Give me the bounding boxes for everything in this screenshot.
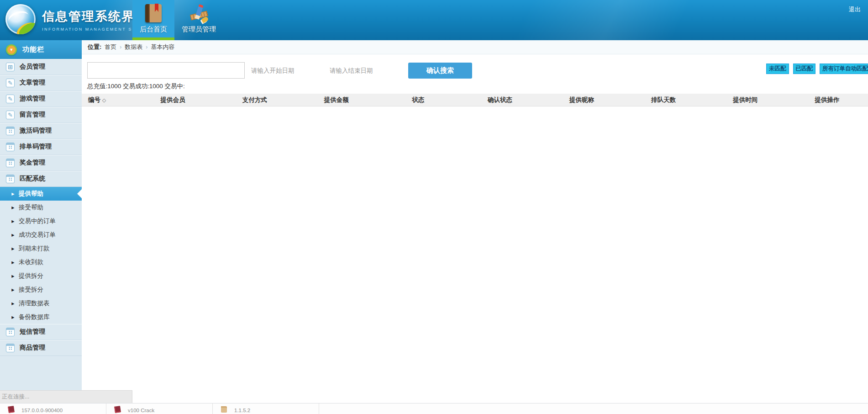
breadcrumb-datatable[interactable]: 数据表 [125, 43, 142, 51]
download-item[interactable]: 157.0.0.0-900400 [0, 403, 106, 414]
submenu-item-payment-not-received[interactable]: ▶ 未收到款 [0, 255, 82, 269]
column-header-provide-amount: 提供金额 [295, 96, 377, 104]
calendar-icon [6, 344, 15, 352]
sidebar-item-sms[interactable]: 短信管理 [0, 324, 82, 340]
sidebar-item-matching-system[interactable]: 匹配系统 [0, 171, 82, 187]
column-header-provider-nickname: 提供昵称 [541, 96, 623, 104]
confirm-search-button[interactable]: 确认搜索 [408, 63, 472, 79]
calendar-icon [6, 175, 15, 183]
column-header-provide-time: 提供时间 [705, 96, 786, 104]
app-logo-icon [5, 4, 36, 34]
file-icon [8, 406, 15, 413]
triangle-right-icon: ▶ [11, 288, 14, 292]
file-icon [114, 406, 121, 413]
submenu-item-orders-in-trade[interactable]: ▶ 交易中的订单 [0, 214, 82, 228]
triangle-right-icon: ▶ [11, 274, 14, 278]
sidebar-item-label: 留言管理 [20, 111, 45, 119]
sidebar-item-bonus[interactable]: 奖金管理 [0, 155, 82, 171]
edit-icon [6, 79, 15, 87]
column-header-id[interactable]: 编号 ◇ [82, 96, 132, 104]
breadcrumb: 位置: 首页 › 数据表 › 基本内容 [82, 40, 868, 54]
stats-summary: 总充值:1000 交易成功:1000 交易中: [82, 80, 868, 94]
folder-icon [221, 406, 227, 413]
tab-backend-home[interactable]: 后台首页 [132, 0, 174, 40]
sort-icon[interactable]: ◇ [102, 97, 106, 103]
download-item-label: 157.0.0.0-900400 [21, 406, 63, 413]
sidebar-item-activation-codes[interactable]: 激活码管理 [0, 123, 82, 139]
submenu-item-label: 提供拆分 [19, 272, 43, 280]
start-date-input[interactable] [251, 63, 310, 78]
sidebar-item-products[interactable]: 商品管理 [0, 340, 82, 356]
triangle-right-icon: ▶ [11, 219, 14, 223]
submenu-item-label: 成功交易订单 [19, 231, 56, 239]
download-item-label: 1.1.5.2 [234, 406, 250, 413]
sidebar-item-label: 短信管理 [20, 328, 45, 336]
submenu-item-clean-tables[interactable]: ▶ 清理数据表 [0, 297, 82, 310]
submenu-item-label: 接受拆分 [19, 286, 43, 294]
calendar-icon [6, 159, 15, 167]
submenu-item-provide-split[interactable]: ▶ 提供拆分 [0, 269, 82, 283]
triangle-right-icon: ▶ [11, 206, 14, 210]
submenu-item-label: 接受帮助 [19, 203, 43, 212]
column-header-queue-days: 排队天数 [623, 96, 705, 104]
sidebar-item-label: 激活码管理 [20, 127, 52, 135]
submenu-item-label: 提供帮助 [19, 190, 43, 198]
browser-download-bar: 157.0.0.0-900400 v100 Crack 1.1.5.2 [0, 403, 868, 414]
triangle-right-icon: ▶ [11, 302, 14, 306]
download-item[interactable]: 1.1.5.2 [213, 403, 319, 414]
submenu-item-label: 到期未打款 [19, 244, 50, 253]
sidebar-item-label: 排单码管理 [20, 143, 52, 151]
sidebar-header-label: 功能栏 [22, 45, 44, 54]
sidebar-item-articles[interactable]: 文章管理 [0, 75, 82, 91]
sidebar-item-label: 匹配系统 [20, 175, 45, 183]
sidebar-item-label: 会员管理 [20, 63, 45, 71]
column-header-status: 状态 [377, 96, 459, 104]
submenu-item-label: 交易中的订单 [19, 217, 56, 225]
sidebar-item-messages[interactable]: 留言管理 [0, 107, 82, 123]
filter-button-group: 未匹配 已匹配 所有订单自动匹配 [766, 64, 868, 74]
submenu-item-receive-help[interactable]: ▶ 接受帮助 [0, 201, 82, 214]
sidebar-item-label: 文章管理 [20, 79, 45, 87]
submenu-item-successful-orders[interactable]: ▶ 成功交易订单 [0, 228, 82, 242]
column-header-provide-action: 提供操作 [786, 96, 868, 104]
header-tabs: 后台首页 管理员管理 [132, 0, 223, 40]
sidebar-item-members[interactable]: 会员管理 [0, 59, 82, 75]
triangle-right-icon: ▶ [11, 247, 14, 251]
calendar-icon [6, 127, 15, 135]
triangle-right-icon: ▶ [11, 233, 14, 237]
edit-icon [6, 111, 15, 119]
tab-label: 后台首页 [140, 25, 167, 34]
download-item-label: v100 Crack [128, 406, 154, 413]
sidebar-header: ▼ 功能栏 [0, 40, 82, 59]
grid-icon [6, 63, 15, 71]
edit-icon [6, 95, 15, 103]
sidebar-item-queue-codes[interactable]: 排单码管理 [0, 139, 82, 155]
submenu-item-label: 未收到款 [19, 258, 43, 266]
submenu-item-provide-help[interactable]: ▶ 提供帮助 [0, 187, 82, 201]
logout-button[interactable]: 退出 [849, 5, 861, 14]
submenu-item-label: 备份数据库 [19, 313, 50, 321]
breadcrumb-current: 基本内容 [151, 43, 174, 51]
download-item[interactable]: v100 Crack [106, 403, 213, 414]
column-header-provider-member: 提供会员 [132, 96, 214, 104]
search-keyword-input[interactable] [87, 62, 245, 79]
breadcrumb-separator: › [146, 44, 147, 50]
submenu-item-receive-split[interactable]: ▶ 接受拆分 [0, 283, 82, 297]
sidebar-item-label: 商品管理 [20, 344, 45, 352]
tab-admin-management[interactable]: 管理员管理 [174, 0, 223, 40]
admin-tools-icon [189, 4, 209, 23]
sidebar-item-label: 游戏管理 [20, 95, 45, 103]
tab-label: 管理员管理 [182, 25, 216, 34]
chevron-down-circle-icon: ▼ [6, 44, 17, 55]
end-date-input[interactable] [330, 63, 389, 78]
breadcrumb-home[interactable]: 首页 [105, 43, 116, 51]
filter-matched-button[interactable]: 已匹配 [793, 64, 816, 74]
filter-auto-match-all-button[interactable]: 所有订单自动匹配 [820, 64, 868, 74]
filter-unmatched-button[interactable]: 未匹配 [766, 64, 789, 74]
sidebar-item-games[interactable]: 游戏管理 [0, 91, 82, 107]
app-header: 信息管理系统界面 INFORMATION MANAGEMENT SYSTEM G… [0, 0, 868, 40]
sidebar-item-label: 奖金管理 [20, 159, 45, 167]
table-body-empty [82, 106, 868, 403]
submenu-item-overdue-unpaid[interactable]: ▶ 到期未打款 [0, 242, 82, 255]
submenu-item-backup-database[interactable]: ▶ 备份数据库 [0, 310, 82, 324]
